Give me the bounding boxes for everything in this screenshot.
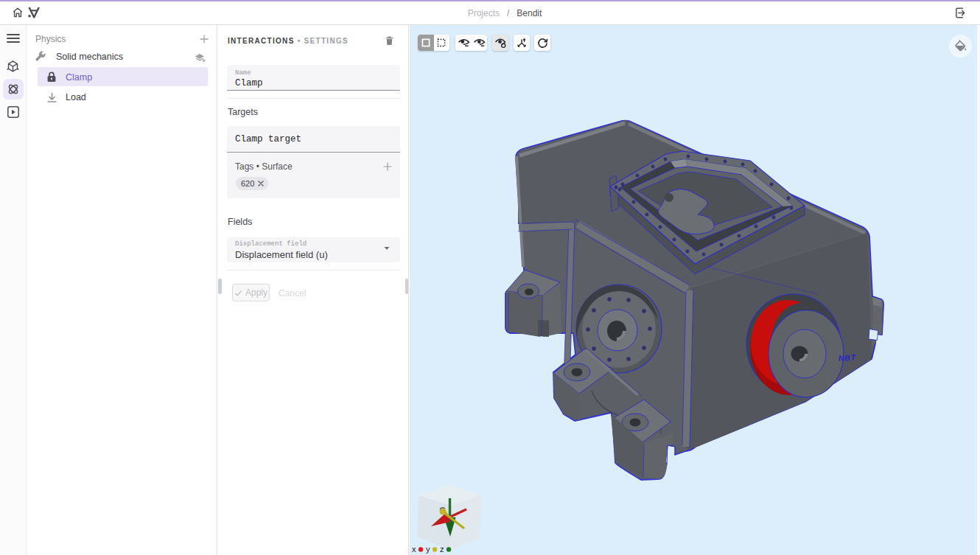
svg-text:NBT: NBT: [838, 352, 857, 363]
svg-text:z: z: [440, 545, 444, 554]
svg-text:y: y: [426, 545, 430, 554]
svg-text:x: x: [412, 545, 416, 554]
